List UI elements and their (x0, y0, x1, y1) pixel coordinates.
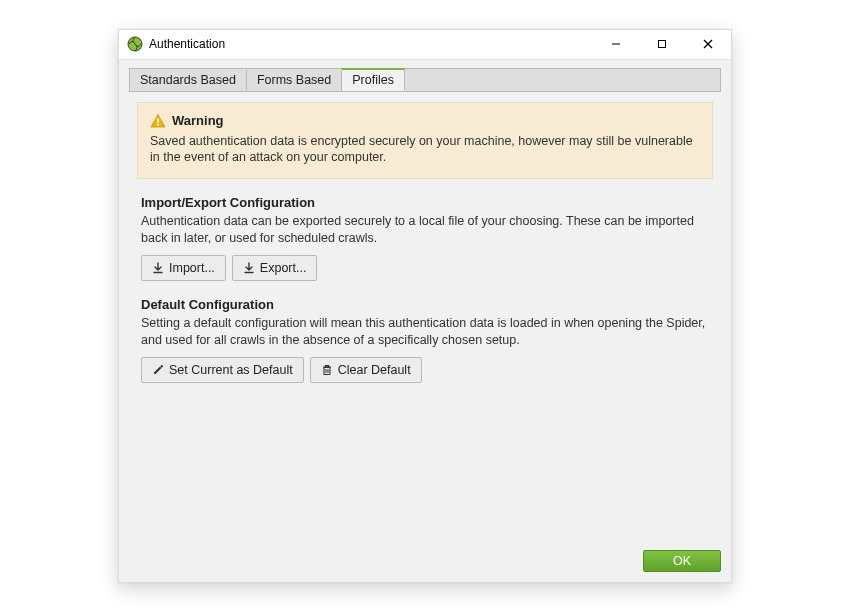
maximize-button[interactable] (639, 29, 685, 59)
tabs-empty-space (405, 69, 720, 91)
section-title: Import/Export Configuration (141, 195, 709, 210)
close-button[interactable] (685, 29, 731, 59)
tabs: Standards Based Forms Based Profiles (129, 68, 721, 92)
button-label: Clear Default (338, 363, 411, 377)
svg-rect-9 (324, 367, 330, 374)
tab-content: Warning Saved authentication data is enc… (129, 92, 721, 536)
ok-button[interactable]: OK (643, 550, 721, 572)
import-export-section: Import/Export Configuration Authenticati… (137, 195, 713, 281)
export-button[interactable]: Export... (232, 255, 318, 281)
svg-rect-2 (659, 41, 666, 48)
tab-label: Profiles (352, 73, 394, 87)
section-desc: Setting a default configuration will mea… (141, 315, 709, 349)
section-desc: Authentication data can be exported secu… (141, 213, 709, 247)
clear-default-button[interactable]: Clear Default (310, 357, 422, 383)
download-icon (243, 262, 255, 274)
warning-panel: Warning Saved authentication data is enc… (137, 102, 713, 180)
warning-body: Saved authentication data is encrypted s… (150, 133, 700, 167)
import-button[interactable]: Import... (141, 255, 226, 281)
app-icon (127, 36, 143, 52)
svg-rect-5 (157, 118, 159, 123)
tab-label: Forms Based (257, 73, 331, 87)
close-icon (703, 39, 713, 49)
warning-heading: Warning (172, 113, 224, 128)
set-default-button[interactable]: Set Current as Default (141, 357, 304, 383)
dialog-footer: OK (119, 544, 731, 582)
tab-profiles[interactable]: Profiles (342, 68, 405, 91)
button-label: Import... (169, 261, 215, 275)
tab-forms-based[interactable]: Forms Based (247, 69, 342, 91)
trash-icon (321, 364, 333, 376)
window-title: Authentication (149, 37, 225, 51)
tab-standards-based[interactable]: Standards Based (130, 69, 247, 91)
button-label: Export... (260, 261, 307, 275)
minimize-button[interactable] (593, 29, 639, 59)
tab-label: Standards Based (140, 73, 236, 87)
button-label: Set Current as Default (169, 363, 293, 377)
minimize-icon (611, 39, 621, 49)
default-config-section: Default Configuration Setting a default … (137, 297, 713, 383)
warning-icon (150, 113, 166, 129)
maximize-icon (657, 39, 667, 49)
download-icon (152, 262, 164, 274)
svg-rect-11 (325, 365, 328, 367)
button-label: OK (673, 554, 691, 568)
pencil-icon (152, 364, 164, 376)
section-title: Default Configuration (141, 297, 709, 312)
authentication-dialog: Authentication Standards B (118, 29, 732, 583)
titlebar: Authentication (119, 30, 731, 60)
svg-rect-6 (157, 124, 159, 126)
